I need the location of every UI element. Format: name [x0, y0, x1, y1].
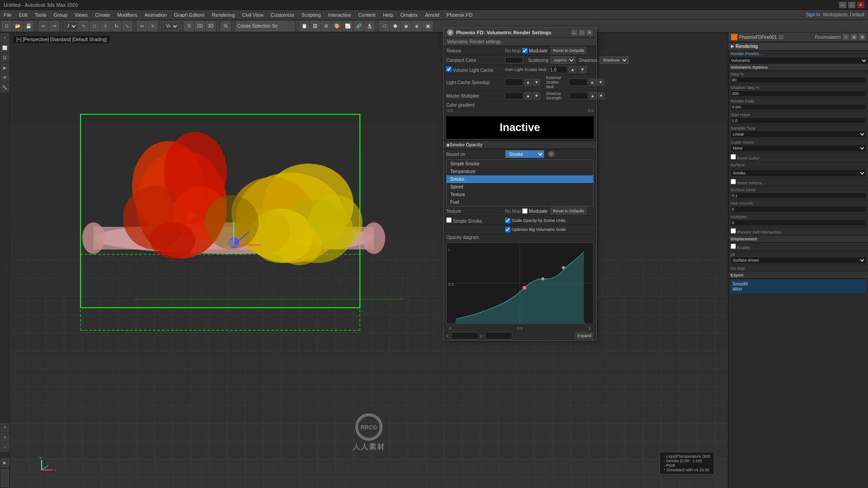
panel-gear-btn[interactable]: ⚙ [859, 34, 865, 40]
maximize-btn[interactable]: □ [848, 2, 855, 8]
color-clip-btn[interactable]: 🔬 [364, 21, 374, 31]
rendering-section-header[interactable]: ▶ Rendering [728, 42, 868, 51]
create-selection-set-btn[interactable]: Create Selection Se [236, 21, 294, 31]
own-light-scatter-down[interactable]: ▼ [578, 66, 587, 73]
smoke-opacity-header[interactable]: ◆ Smoke Opacity [443, 141, 596, 149]
rotate-type-btn[interactable]: ↻ [0, 433, 9, 442]
menu-tools[interactable]: Tools [31, 10, 50, 19]
snap-btn[interactable]: S [184, 21, 194, 31]
constant-color-swatch[interactable] [505, 57, 523, 63]
mm-down[interactable]: ▼ [533, 92, 540, 99]
shadows-dropdown[interactable]: Shadows None [599, 56, 628, 64]
save-btn[interactable]: 💾 [24, 21, 33, 31]
menu-rendering[interactable]: Rendering [208, 10, 239, 19]
smoke-reset-btn[interactable]: Reset to Defaults [551, 207, 586, 215]
menu-interactive[interactable]: Interactive [325, 10, 355, 19]
lcs-down[interactable]: ▼ [533, 79, 540, 86]
hub-smooth-input[interactable] [731, 206, 866, 212]
volumetric-dropdown[interactable]: Volumetric [729, 57, 868, 64]
reset-defaults-btn[interactable]: Reset to Defaults [551, 47, 586, 54]
menu-group[interactable]: Group [50, 10, 71, 19]
ss-up[interactable]: ▲ [589, 92, 596, 99]
dropdown-option-texture[interactable]: Texture [447, 191, 593, 198]
shadow-step-input[interactable] [731, 90, 866, 97]
dropdown-option-simple-smoke[interactable]: Simple Smoke [447, 160, 593, 168]
vlc-checkbox[interactable] [446, 66, 452, 72]
dropdown-option-smoke-selected[interactable]: Smoke [447, 175, 593, 183]
own-light-scatter-up[interactable]: ▲ [568, 66, 577, 73]
mm-up[interactable]: ▲ [524, 92, 532, 99]
invert-cutter-checkbox[interactable] [731, 154, 736, 160]
surface-level-input[interactable] [731, 192, 866, 199]
scale-opacity-checkbox[interactable] [505, 218, 510, 223]
opacity-x-input[interactable]: 0.3227 [451, 332, 478, 339]
mirror-btn[interactable]: ⇔ [137, 21, 147, 31]
menu-file[interactable]: File [0, 10, 15, 19]
rotate-btn[interactable]: ↻ [111, 21, 121, 31]
multiplier-input[interactable] [731, 220, 866, 226]
modify-panel-btn[interactable]: ⬜ [0, 43, 9, 52]
menu-arnold[interactable]: Arnold [421, 10, 443, 19]
volumetric-panel-header[interactable]: P Phoenix FD: Volumetric Render Settings… [443, 28, 596, 38]
menu-animation[interactable]: Animation [141, 10, 170, 19]
light-cache-speedup-input[interactable]: 0.9 [505, 79, 523, 86]
move-btn[interactable]: ✛ [100, 21, 110, 31]
based-on-help[interactable]: ? [547, 151, 555, 157]
select-btn[interactable]: ↖ [79, 21, 89, 31]
display-panel-btn[interactable]: 👁 [0, 73, 9, 82]
dropdown-option-temperature[interactable]: Temperature [447, 168, 593, 175]
render-setup-btn[interactable]: ⚙ [321, 21, 331, 31]
material-editor-btn[interactable]: 🎨 [332, 21, 342, 31]
shadow-strength-input[interactable]: 1.0 [570, 92, 588, 99]
play-anim-btn[interactable]: ▶ [0, 458, 9, 467]
prevent-self-checkbox[interactable] [731, 228, 736, 234]
menu-customize[interactable]: Customize [267, 10, 298, 19]
menu-content[interactable]: Content [354, 10, 379, 19]
scattering-dropdown[interactable]: Approx Full None [551, 56, 576, 64]
menu-omatrix[interactable]: Omatrix [397, 10, 422, 19]
ext-scatter-down[interactable]: ▼ [597, 79, 604, 86]
menu-graph-editors[interactable]: Graph Editors [170, 10, 208, 19]
vol-minimize-btn[interactable]: — [571, 29, 577, 36]
align-btn[interactable]: ≡ [148, 21, 158, 31]
select-filter-dropdown[interactable]: All [64, 22, 78, 31]
sampler-type-select[interactable]: Linear Smooth [731, 131, 866, 138]
snap3d-btn[interactable]: 3D [206, 21, 216, 31]
smoke-type-select[interactable]: Smoke [731, 169, 866, 177]
extra-btn4[interactable]: ◈ [412, 21, 422, 31]
vol-section-tab[interactable]: Volumetric Render settings [443, 38, 596, 46]
select-region-btn[interactable]: □ [90, 21, 99, 31]
cutter-geom-select[interactable]: None [731, 145, 866, 152]
menu-scripting[interactable]: Scripting [298, 10, 325, 19]
step-pct-input[interactable] [731, 77, 866, 83]
schematic-view-btn[interactable]: 🔗 [354, 21, 363, 31]
move-type-btn[interactable]: ✛ [0, 423, 9, 432]
master-mult-input[interactable]: 1.0 [505, 92, 523, 99]
hierarchy-panel-btn[interactable]: ⛓ [0, 53, 9, 62]
redo-btn[interactable]: ↪ [49, 21, 59, 31]
view-dropdown[interactable]: View [163, 22, 179, 31]
opacity-y-input[interactable]: 0.7295 [485, 332, 512, 339]
scale-btn[interactable]: ⤡ [122, 21, 132, 31]
dropdown-option-fuel[interactable]: Fuel [447, 198, 593, 206]
curve-editor-btn[interactable]: 📈 [343, 21, 353, 31]
menu-edit[interactable]: Edit [15, 10, 31, 19]
render-fade-input[interactable] [731, 104, 866, 110]
invert-volume-checkbox[interactable] [731, 179, 736, 184]
opacity-diagram[interactable]: 1 0.5 [446, 243, 594, 324]
ext-scatter-mult-input[interactable]: 1.0 [569, 79, 587, 86]
modulate-checkbox[interactable] [522, 48, 528, 53]
new-btn[interactable]: 🗋 [2, 21, 12, 31]
sign-in-label[interactable]: Sign In [806, 12, 820, 17]
vol-close-btn[interactable]: ✕ [586, 29, 593, 36]
menu-views[interactable]: Views [71, 10, 91, 19]
own-light-scatter-input[interactable] [549, 66, 567, 73]
undo-btn[interactable]: ↩ [38, 21, 48, 31]
pe-select[interactable]: Surface driven [731, 257, 866, 264]
panel-icon-btn[interactable]: ⊞ [851, 34, 857, 40]
lcs-up[interactable]: ▲ [524, 79, 532, 86]
expand-btn[interactable]: Expand [575, 332, 594, 339]
ss-down[interactable]: ▼ [598, 92, 605, 99]
viewport[interactable]: [+] [Perspective] [Standard] [Default Sh… [10, 33, 728, 488]
create-panel-btn[interactable]: + [0, 33, 9, 42]
